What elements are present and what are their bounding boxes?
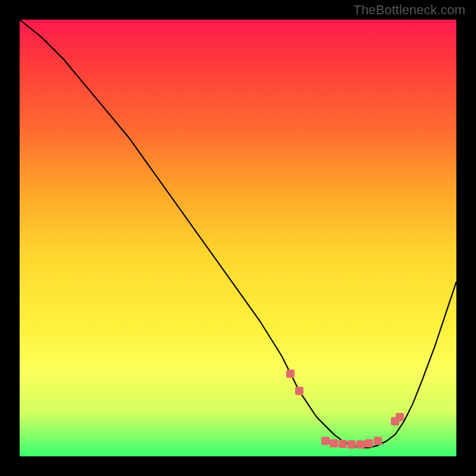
data-marker [374,437,382,445]
data-marker [339,440,347,448]
data-marker [356,440,365,449]
data-marker [347,440,356,449]
chart-plot-area [20,20,456,456]
marker-layer [20,20,456,456]
data-marker [330,439,338,447]
watermark-text: TheBottleneck.com [353,2,465,18]
data-marker [295,387,303,395]
data-marker [286,369,295,378]
data-marker [321,437,330,445]
data-marker [396,413,404,421]
data-marker [365,439,373,447]
